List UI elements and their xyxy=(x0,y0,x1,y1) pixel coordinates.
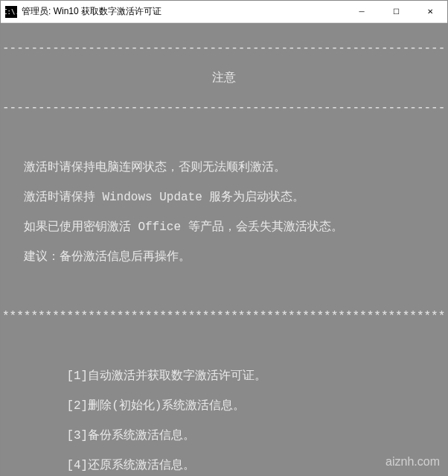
console-body[interactable]: ----------------------------------------… xyxy=(1,23,447,475)
console-window: C:\. 管理员: Win10 获取数字激活许可证 ─ ☐ ✕ --------… xyxy=(0,0,448,476)
window-title: 管理员: Win10 获取数字激活许可证 xyxy=(22,5,161,18)
titlebar: C:\. 管理员: Win10 获取数字激活许可证 ─ ☐ ✕ xyxy=(1,1,447,23)
minimize-button[interactable]: ─ xyxy=(345,1,379,22)
divider-2: ----------------------------------------… xyxy=(2,101,446,115)
divider-top: ----------------------------------------… xyxy=(2,41,446,56)
menu-item-4: [4]还原系统激活信息。 xyxy=(2,458,446,473)
notice-line-1: 激活时请保持电脑连网状态，否则无法顺利激活。 xyxy=(2,160,446,175)
window-controls: ─ ☐ ✕ xyxy=(345,1,447,22)
blank-line xyxy=(2,279,446,294)
notice-line-3: 如果已使用密钥激活 Office 等产品，会丢失其激活状态。 xyxy=(2,220,446,235)
star-divider-1: ****************************************… xyxy=(2,309,446,324)
notice-line-4: 建议：备份激活信息后再操作。 xyxy=(2,250,446,264)
blank-line xyxy=(2,339,446,354)
menu-item-1: [1]自动激活并获取数字激活许可证。 xyxy=(2,369,446,384)
notice-line-2: 激活时请保持 Windows Update 服务为启动状态。 xyxy=(2,190,446,205)
titlebar-left: C:\. 管理员: Win10 获取数字激活许可证 xyxy=(1,5,161,18)
close-button[interactable]: ✕ xyxy=(413,1,447,22)
watermark: aiznh.com xyxy=(385,454,440,469)
notice-header: 注意 xyxy=(2,71,446,86)
menu-item-2: [2]删除(初始化)系统激活信息。 xyxy=(2,399,446,413)
menu-item-3: [3]备份系统激活信息。 xyxy=(2,428,446,443)
cmd-icon: C:\. xyxy=(5,6,17,18)
maximize-button[interactable]: ☐ xyxy=(379,1,413,22)
blank-line xyxy=(2,130,446,145)
